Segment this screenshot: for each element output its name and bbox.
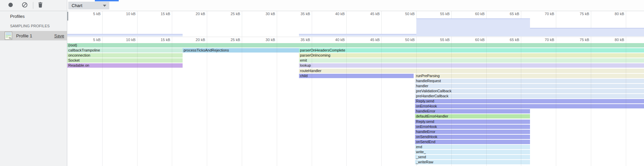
overview-ruler-tick-label: 55 kB [440, 12, 450, 16]
flame-ruler-tick-label: 30 kB [266, 38, 275, 42]
clear-profiles-button[interactable] [20, 1, 30, 10]
gridline [207, 11, 207, 37]
profiler-main-pane: Chart 5 kB10 kB15 kB20 kB25 kB30 kB35 kB… [67, 0, 644, 166]
overview-ruler-tick-label: 60 kB [475, 12, 485, 16]
flame-ruler-tick-label: 20 kB [196, 38, 205, 42]
overview-memory-step [530, 28, 644, 36]
save-profile-link[interactable]: Save [54, 33, 64, 38]
sampling-profiles-heading: SAMPLING PROFILES [10, 24, 50, 28]
gridline [312, 11, 312, 37]
flame-chart-rows: (root)callbackTrampolineprocessTicksAndR… [67, 43, 644, 166]
flame-ruler-tick-label: 70 kB [545, 38, 554, 42]
flame-bar-handleError[interactable]: handleError [415, 109, 530, 113]
trash-icon [38, 2, 43, 9]
flame-ruler-tick-label: 55 kB [440, 38, 450, 42]
chevron-down-icon [103, 5, 106, 7]
gridline [346, 11, 347, 37]
flame-chart-ruler: 5 kB10 kB15 kB20 kB25 kB30 kB35 kB40 kB4… [67, 37, 644, 43]
toolbar-separator [33, 2, 33, 9]
gridline [242, 11, 242, 37]
flame-bar-_send[interactable]: _send [415, 155, 530, 159]
flame-bar-onSendHook[interactable]: onSendHook [415, 135, 530, 139]
flame-bar-Reply.send[interactable]: Reply.send [415, 120, 530, 124]
flame-ruler-tick-label: 60 kB [475, 38, 485, 42]
flame-bar-Socket[interactable]: Socket [67, 58, 183, 63]
overview-memory-step [299, 34, 416, 36]
gridline [381, 11, 382, 37]
flame-ruler-tick-label: 25 kB [231, 38, 240, 42]
flame-bar-defaultErrorHandler[interactable]: defaultErrorHandler [415, 114, 530, 119]
overview-ruler-tick-label: 45 kB [370, 12, 380, 16]
overview-ruler-tick-label: 70 kB [545, 12, 554, 16]
profile-document-icon: % [5, 32, 12, 40]
flame-bar-write_[interactable]: write_ [415, 150, 530, 154]
gridline [102, 11, 103, 37]
memory-profiler-panel: Profiles SAMPLING PROFILES % Profile 1 S… [0, 0, 644, 166]
profile-list-item[interactable]: % Profile 1 Save [0, 31, 67, 40]
flame-bar-onErrorHook[interactable]: onErrorHook [415, 104, 644, 108]
flame-ruler-tick-label: 45 kB [370, 38, 380, 42]
overview-ruler-tick-label: 20 kB [196, 12, 205, 16]
view-header: Chart [67, 0, 644, 11]
flame-ruler-tick-label: 5 kB [93, 38, 101, 42]
flame-bar-handler[interactable]: handler [415, 84, 644, 88]
flame-chart: 5 kB10 kB15 kB20 kB25 kB30 kB35 kB40 kB4… [67, 37, 644, 166]
gridline [172, 11, 172, 37]
memory-overview-pane[interactable]: 5 kB10 kB15 kB20 kB25 kB30 kB35 kB40 kB4… [67, 11, 644, 37]
flame-bar-onSendEnd[interactable]: onSendEnd [415, 140, 530, 144]
flame-bar-lookup[interactable]: lookup [299, 63, 644, 68]
overview-ruler-tick-label: 75 kB [580, 12, 589, 16]
record-button[interactable] [5, 1, 15, 10]
overview-scrollbar[interactable] [67, 12, 68, 21]
flame-bar-processTicksAndRejections[interactable]: processTicksAndRejections [183, 48, 299, 53]
view-mode-select[interactable]: Chart [68, 2, 109, 9]
flame-bar-_writeRaw[interactable]: _writeRaw [415, 160, 530, 164]
flame-bar-Reply.send[interactable]: Reply.send [415, 99, 644, 103]
flame-ruler-tick-label: 80 kB [615, 38, 624, 42]
record-icon [8, 2, 13, 8]
overview-ruler-tick-label: 30 kB [266, 12, 275, 16]
block-icon [22, 2, 28, 9]
flame-bar-handleError[interactable]: handleError [415, 130, 530, 134]
overview-ruler-tick-label: 65 kB [510, 12, 519, 16]
flame-ruler-tick-label: 15 kB [161, 38, 170, 42]
flame-bar-root[interactable]: (root) [67, 43, 644, 47]
view-mode-value: Chart [72, 3, 103, 8]
flame-bar-preValidationCallback[interactable]: preValidationCallback [415, 89, 644, 93]
selected-tab-indicator [95, 0, 119, 1]
delete-profile-button[interactable] [35, 1, 45, 10]
flame-bar-onconnection[interactable]: onconnection [67, 53, 183, 58]
flame-bar-parserOnIncoming[interactable]: parserOnIncoming [299, 53, 644, 58]
flame-bar-child[interactable]: child [299, 74, 414, 78]
overview-ruler-tick-label: 10 kB [126, 12, 136, 16]
gridline [277, 11, 277, 37]
flame-bar-end[interactable]: end [415, 145, 530, 149]
overview-ruler-tick-label: 25 kB [231, 12, 240, 16]
flame-bar-callbackTrampoline[interactable]: callbackTrampoline [67, 48, 183, 53]
profiles-sidebar: Profiles SAMPLING PROFILES % Profile 1 S… [0, 0, 67, 166]
gridline [137, 11, 138, 37]
profiles-toolbar [0, 0, 67, 11]
overview-memory-step [416, 19, 530, 36]
svg-text:%: % [9, 36, 11, 40]
flame-ruler-tick-label: 10 kB [126, 38, 136, 42]
flame-bar-handleRequest[interactable]: handleRequest [415, 79, 644, 83]
flame-bar-routeHandler[interactable]: routeHandler [299, 69, 644, 73]
overview-ruler-tick-label: 15 kB [161, 12, 170, 16]
overview-ruler-tick-label: 35 kB [301, 12, 310, 16]
overview-ruler-tick-label: 80 kB [615, 12, 624, 16]
flame-ruler-tick-label: 65 kB [510, 38, 519, 42]
flame-ruler-tick-label: 50 kB [405, 38, 415, 42]
flame-ruler-tick-label: 75 kB [580, 38, 589, 42]
flame-bar-onErrorHook[interactable]: onErrorHook [415, 125, 530, 129]
flame-bar-Readable.on[interactable]: Readable.on [67, 63, 183, 68]
overview-memory-step [67, 34, 183, 36]
flame-ruler-tick-label: 35 kB [301, 38, 310, 42]
flame-bar-runPreParsing[interactable]: runPreParsing [415, 74, 644, 78]
overview-ruler-tick-label: 50 kB [405, 12, 415, 16]
overview-ruler-tick-label: 5 kB [93, 12, 101, 16]
flame-bar-parserOnHeadersComplete[interactable]: parserOnHeadersComplete [299, 48, 644, 53]
flame-bar-emit[interactable]: emit [299, 58, 644, 63]
overview-ruler-tick-label: 40 kB [335, 12, 345, 16]
flame-bar-preHandlerCallback[interactable]: preHandlerCallback [415, 94, 644, 98]
